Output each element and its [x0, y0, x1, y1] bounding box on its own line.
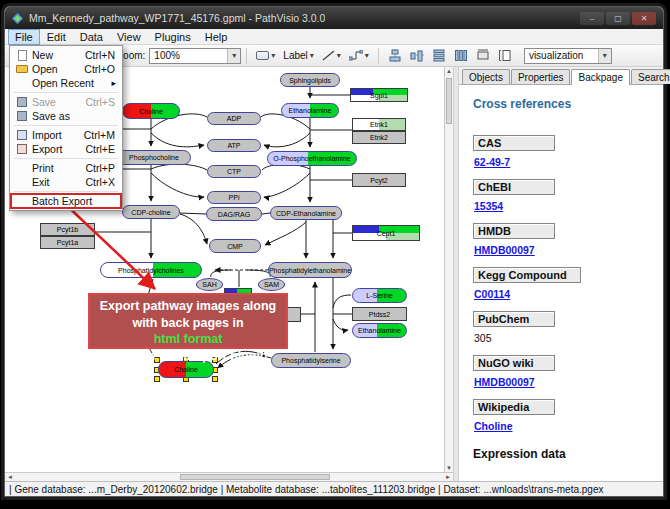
vertical-scroll-thumb[interactable] — [446, 78, 452, 124]
connector-tool-button[interactable]: ▾ — [346, 49, 372, 62]
crossref-link[interactable]: HMDB00097 — [474, 376, 535, 388]
node-ethanolamine-bottom[interactable]: Ethanolamine — [352, 323, 407, 338]
node-sah[interactable]: SAH — [196, 278, 223, 291]
menu-view[interactable]: View — [110, 29, 148, 45]
node-pcyt2[interactable]: Pcyt2 — [352, 173, 406, 187]
node-choline-top[interactable]: Choline — [122, 103, 180, 119]
menu-item-label: New — [32, 49, 53, 61]
node-gene-box-partial[interactable] — [286, 307, 301, 322]
node-dag-rag[interactable]: DAG/RAG — [206, 207, 262, 221]
node-sphingolipids[interactable]: Sphingolipids — [280, 73, 340, 87]
maximize-button[interactable]: ▢ — [606, 12, 630, 25]
datanode-tool-button[interactable]: ▾ — [253, 50, 278, 61]
node-sam[interactable]: SAM — [258, 278, 285, 291]
menu-item-open[interactable]: Open Ctrl+O — [11, 62, 121, 76]
node-pcyt1a[interactable]: Pcyt1a — [40, 236, 95, 249]
node-ethanolamine-top[interactable]: Ethanolamine — [281, 103, 339, 118]
tab-objects[interactable]: Objects — [462, 69, 510, 84]
zoom-value: 100% — [154, 50, 180, 61]
menu-item-exit[interactable]: Exit Ctrl+X — [11, 175, 121, 189]
node-ptdss2[interactable]: Ptdss2 — [352, 307, 407, 321]
selection-handle[interactable] — [154, 376, 160, 382]
node-cept1[interactable]: Cept1 — [352, 225, 420, 241]
node-l-serine[interactable]: L-Serine — [352, 288, 407, 303]
crossref-link[interactable]: Choline — [474, 420, 513, 432]
menu-item-shortcut: Ctrl+P — [86, 162, 118, 174]
node-ctp[interactable]: CTP — [207, 165, 261, 178]
menu-help[interactable]: Help — [198, 29, 235, 45]
chevron-down-icon[interactable]: ▾ — [227, 49, 240, 63]
crossref-title: Wikipedia — [473, 399, 555, 415]
crossref-link[interactable]: 15354 — [474, 200, 503, 212]
line-tool-button[interactable]: ▾ — [319, 49, 344, 62]
align-center-x-button[interactable] — [384, 48, 406, 63]
scroll-right-icon[interactable]: ► — [445, 473, 451, 481]
menu-item-import[interactable]: Import Ctrl+M — [11, 128, 121, 142]
crossref-value: 305 — [474, 332, 492, 344]
menu-item-shortcut: Ctrl+E — [86, 143, 118, 155]
stack-vertical-button[interactable] — [428, 48, 450, 63]
horizontal-scrollbar[interactable]: ◄ ► — [5, 472, 453, 481]
menu-item-new[interactable]: New Ctrl+N — [11, 48, 121, 62]
menu-bar: File Edit Data View Plugins Help — [5, 29, 663, 45]
backpage-heading: Cross references — [473, 97, 663, 111]
visualization-combobox[interactable]: visualization ▾ — [524, 48, 612, 64]
connector-icon — [349, 50, 363, 61]
vertical-scrollbar[interactable]: ▲ ▼ — [444, 67, 453, 472]
crossref-link[interactable]: HMDB00097 — [474, 244, 535, 256]
close-button[interactable]: ✕ — [632, 12, 656, 25]
crossref-title: CAS — [473, 135, 555, 151]
chevron-down-icon[interactable]: ▾ — [598, 49, 611, 63]
node-etnk2[interactable]: Etnk2 — [352, 131, 406, 144]
scroll-up-icon[interactable]: ▲ — [445, 68, 453, 74]
status-text: | Gene database: ...m_Derby_20120602.bri… — [9, 484, 603, 495]
menu-data[interactable]: Data — [73, 29, 110, 45]
node-cdp-choline[interactable]: CDP-choline — [122, 205, 180, 219]
export-image-button[interactable] — [494, 48, 516, 63]
menu-plugins[interactable]: Plugins — [148, 29, 198, 45]
export-icon — [14, 144, 30, 154]
menu-item-save-as[interactable]: Save as — [11, 109, 121, 123]
menu-item-batch-export[interactable]: Batch Export — [11, 194, 121, 208]
node-phosphocholine[interactable]: Phosphocholine — [117, 150, 191, 165]
node-atp[interactable]: ATP — [207, 139, 261, 152]
selection-handle[interactable] — [212, 376, 218, 382]
pathvisio-app-icon — [12, 13, 23, 24]
zoom-combobox[interactable]: 100% ▾ — [149, 48, 241, 64]
node-o-phosphoethanolamine[interactable]: O-Phosphoethanolamine — [267, 151, 357, 166]
horizontal-scroll-thumb[interactable] — [180, 474, 330, 480]
node-phosphatidylcholines[interactable]: Phosphatidylcholines — [100, 262, 202, 278]
node-cdp-ethanolamine[interactable]: CDP-Ethanolamine — [270, 206, 342, 220]
node-etnk1[interactable]: Etnk1 — [352, 118, 406, 131]
menu-edit[interactable]: Edit — [40, 29, 73, 45]
tab-backpage[interactable]: Backpage — [571, 69, 629, 85]
tab-properties[interactable]: Properties — [511, 69, 571, 84]
menu-item-export[interactable]: Export Ctrl+E — [11, 142, 121, 156]
menu-item-label: Exit — [32, 176, 50, 188]
crossref-link[interactable]: C00114 — [474, 288, 510, 300]
stack-horizontal-button[interactable] — [450, 48, 472, 63]
tab-search[interactable]: Search — [631, 69, 670, 84]
menu-item-open-recent[interactable]: Open Recent ▸ — [11, 76, 121, 90]
node-adp[interactable]: ADP — [207, 112, 261, 125]
node-phosphatidylserine[interactable]: Phosphatidylserine — [271, 353, 351, 368]
node-ppi[interactable]: PPi — [207, 191, 261, 204]
crossref-section-kegg: Kegg Compound C00114 — [473, 267, 663, 311]
menu-item-save[interactable]: Save Ctrl+S — [11, 95, 121, 109]
scroll-left-icon[interactable]: ◄ — [7, 473, 13, 481]
minimize-button[interactable]: – — [580, 12, 604, 25]
save-icon — [14, 97, 30, 107]
node-sgpl1[interactable]: Sgpl1 — [350, 88, 408, 102]
new-document-icon — [14, 50, 30, 61]
menu-item-print[interactable]: Print Ctrl+P — [11, 161, 121, 175]
node-cmp[interactable]: CMP — [209, 239, 261, 253]
crossref-link[interactable]: 62-49-7 — [474, 156, 510, 168]
crossref-section-wikipedia: Wikipedia Choline — [473, 399, 663, 443]
label-tool-button[interactable]: Label ▾ — [280, 49, 316, 62]
common-size-button[interactable] — [472, 48, 494, 63]
node-phosphatidylethanolamine[interactable]: Phosphatidylethanolamine — [268, 262, 352, 278]
menu-file[interactable]: File — [8, 29, 40, 45]
scroll-down-icon[interactable]: ▼ — [445, 465, 453, 471]
align-center-y-button[interactable] — [406, 48, 428, 63]
node-pcyt1b[interactable]: Pcyt1b — [40, 223, 95, 236]
